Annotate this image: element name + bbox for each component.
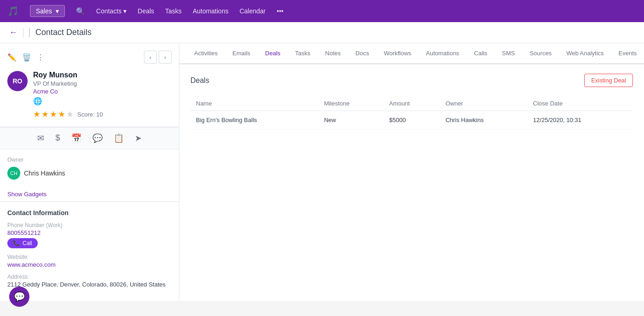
deals-table-header: Name Milestone Amount Owner Close Date bbox=[190, 96, 633, 111]
chat-bubble-icon: 💬 bbox=[14, 291, 25, 301]
website-group: Website: www.acmeco.com bbox=[7, 254, 172, 268]
website-value[interactable]: www.acmeco.com bbox=[7, 261, 172, 268]
top-nav: 🎵 Sales ▾ 🔍 Contacts ▾ Deals Tasks Autom… bbox=[0, 0, 644, 22]
nav-automations[interactable]: Automations bbox=[193, 7, 229, 15]
calendar-action[interactable]: 📅 bbox=[69, 131, 83, 145]
owner-info: CH Chris Hawkins bbox=[7, 167, 172, 180]
deals-header-row: Name Milestone Amount Owner Close Date bbox=[190, 96, 633, 111]
contact-name: Roy Munson bbox=[33, 71, 103, 79]
back-button[interactable]: ← bbox=[9, 28, 17, 37]
sales-dropdown[interactable]: Sales ▾ bbox=[30, 5, 65, 17]
tab-sources[interactable]: Sources bbox=[522, 43, 559, 64]
content-area: ✏️ 🗑️ ⋮ ‹ › RO Roy Munson VP Of Marketin… bbox=[0, 43, 644, 301]
tab-workflows[interactable]: Workflows bbox=[376, 43, 419, 64]
tab-sms[interactable]: SMS bbox=[494, 43, 522, 64]
chevron-down-icon: ▾ bbox=[123, 7, 126, 15]
deals-table: Name Milestone Amount Owner Close Date B… bbox=[190, 96, 633, 129]
address-group: Address: 2112 Geddy Place, Denver, Color… bbox=[7, 274, 172, 288]
tab-automations[interactable]: Automations bbox=[419, 43, 466, 64]
col-owner: Owner bbox=[440, 96, 527, 111]
existing-deal-button[interactable]: Existing Deal bbox=[584, 74, 633, 87]
tab-tasks[interactable]: Tasks bbox=[288, 43, 318, 64]
star-5: ★ bbox=[66, 109, 74, 119]
page-title: Contact Details bbox=[29, 28, 92, 37]
tab-events[interactable]: Events bbox=[611, 43, 644, 64]
deals-header: Deals Existing Deal bbox=[190, 74, 633, 87]
phone-label: Phone Number (Work) bbox=[7, 222, 172, 228]
send-action[interactable]: ➤ bbox=[133, 131, 144, 145]
email-action[interactable]: ✉ bbox=[35, 131, 46, 145]
owner-section: Owner CH Chris Hawkins bbox=[0, 149, 179, 187]
deal-milestone-cell: New bbox=[318, 111, 384, 129]
star-1: ★ bbox=[33, 109, 40, 119]
phone-value[interactable]: 8005551212 bbox=[7, 229, 172, 236]
delete-icon[interactable]: 🗑️ bbox=[22, 53, 31, 62]
contact-details: Roy Munson VP Of Marketing Acme Co 🌐 ★ ★… bbox=[33, 71, 103, 119]
contact-actions: ✏️ 🗑️ ⋮ ‹ › bbox=[7, 51, 172, 64]
tab-deals[interactable]: Deals bbox=[258, 43, 288, 64]
deal-name-cell[interactable]: Big Ern's Bowling Balls bbox=[190, 111, 318, 129]
nav-deals[interactable]: Deals bbox=[138, 7, 154, 15]
nav-contacts[interactable]: Contacts ▾ bbox=[96, 7, 126, 15]
phone-icon: 📞 bbox=[13, 240, 20, 246]
tab-notes[interactable]: Notes bbox=[318, 43, 348, 64]
contact-job-title: VP Of Marketing bbox=[33, 80, 103, 87]
search-icon[interactable]: 🔍 bbox=[76, 7, 85, 16]
contact-company[interactable]: Acme Co bbox=[33, 88, 103, 95]
deals-table-body: Big Ern's Bowling Balls New $5000 Chris … bbox=[190, 111, 633, 129]
website-label: Website: bbox=[7, 254, 172, 260]
deals-title: Deals bbox=[190, 76, 209, 85]
deal-owner-cell: Chris Hawkins bbox=[440, 111, 527, 129]
left-panel: ✏️ 🗑️ ⋮ ‹ › RO Roy Munson VP Of Marketin… bbox=[0, 43, 179, 301]
nav-links: Contacts ▾ Deals Tasks Automations Calen… bbox=[96, 7, 283, 15]
globe-icon: 🌐 bbox=[33, 97, 103, 105]
page-header: ← Contact Details bbox=[0, 22, 644, 43]
tab-bar: Activities Emails Deals Tasks Notes Docs… bbox=[179, 43, 644, 64]
contact-info-title: Contact Information bbox=[7, 209, 172, 217]
deal-amount-cell: $5000 bbox=[384, 111, 440, 129]
task-action[interactable]: 📋 bbox=[112, 131, 126, 145]
right-panel: Activities Emails Deals Tasks Notes Docs… bbox=[179, 43, 644, 301]
star-rating: ★ ★ ★ ★ ★ Score: 10 bbox=[33, 109, 103, 119]
col-milestone: Milestone bbox=[318, 96, 384, 111]
col-name: Name bbox=[190, 96, 318, 111]
address-label: Address: bbox=[7, 274, 172, 280]
call-button[interactable]: 📞 Call bbox=[7, 238, 38, 248]
nav-arrows: ‹ › bbox=[144, 51, 172, 64]
prev-contact-button[interactable]: ‹ bbox=[144, 51, 157, 64]
star-4: ★ bbox=[58, 109, 65, 119]
tab-calls[interactable]: Calls bbox=[466, 43, 494, 64]
contact-card: ✏️ 🗑️ ⋮ ‹ › RO Roy Munson VP Of Marketin… bbox=[0, 43, 179, 127]
contact-information-section: Contact Information Phone Number (Work) … bbox=[0, 201, 179, 301]
col-amount: Amount bbox=[384, 96, 440, 111]
chat-action[interactable]: 💬 bbox=[91, 131, 104, 145]
star-3: ★ bbox=[50, 109, 57, 119]
sales-dropdown-label: Sales bbox=[36, 7, 52, 15]
col-close-date: Close Date bbox=[528, 96, 633, 111]
dollar-action[interactable]: $ bbox=[53, 131, 62, 145]
more-options-icon[interactable]: ⋮ bbox=[37, 53, 44, 62]
edit-icon[interactable]: ✏️ bbox=[7, 53, 17, 62]
owner-name: Chris Hawkins bbox=[24, 170, 65, 177]
nav-tasks[interactable]: Tasks bbox=[165, 7, 182, 15]
app-logo: 🎵 bbox=[7, 6, 19, 17]
tab-docs[interactable]: Docs bbox=[348, 43, 377, 64]
nav-calendar[interactable]: Calendar bbox=[240, 7, 266, 15]
nav-more[interactable]: ••• bbox=[277, 7, 284, 15]
owner-avatar: CH bbox=[7, 167, 20, 180]
quick-actions-bar: ✉ $ 📅 💬 📋 ➤ bbox=[0, 127, 179, 149]
deals-section: Deals Existing Deal Name Milestone Amoun… bbox=[179, 64, 644, 139]
deal-close-date-cell: 12/25/2020, 10:31 bbox=[528, 111, 633, 129]
owner-label: Owner bbox=[7, 157, 172, 163]
tab-web-analytics[interactable]: Web Analytics bbox=[559, 43, 611, 64]
show-gadgets-link[interactable]: Show Gadgets bbox=[0, 187, 179, 201]
tab-activities[interactable]: Activities bbox=[187, 43, 225, 64]
next-contact-button[interactable]: › bbox=[159, 51, 172, 64]
tab-emails[interactable]: Emails bbox=[225, 43, 258, 64]
phone-group: Phone Number (Work) 8005551212 📞 Call bbox=[7, 222, 172, 248]
avatar: RO bbox=[7, 71, 28, 91]
chevron-down-icon: ▾ bbox=[56, 7, 59, 15]
contact-info-block: RO Roy Munson VP Of Marketing Acme Co 🌐 … bbox=[7, 71, 172, 119]
star-2: ★ bbox=[41, 109, 49, 119]
table-row[interactable]: Big Ern's Bowling Balls New $5000 Chris … bbox=[190, 111, 633, 129]
